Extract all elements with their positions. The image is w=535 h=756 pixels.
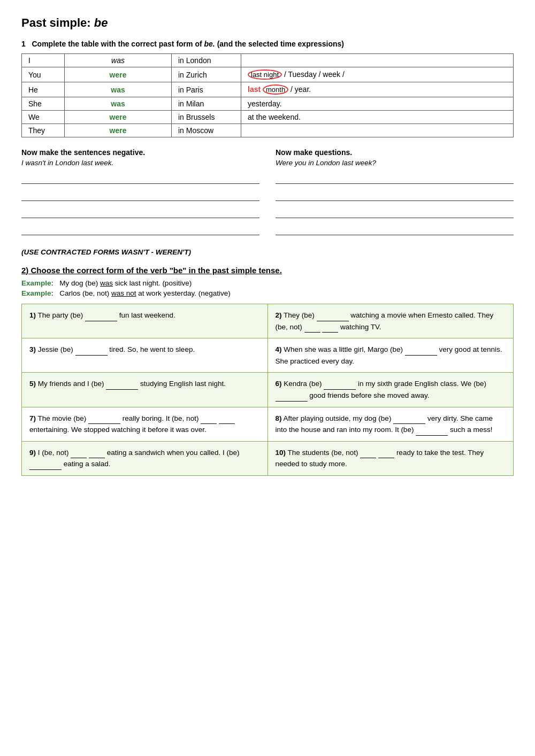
write-line <box>21 204 259 218</box>
example1-line: Example: My dog (be) was sick last night… <box>21 279 514 287</box>
exercise-cell-10: 10) The students (be, not) ready to take… <box>268 442 514 475</box>
section2-title: 2) Choose the correct form of the verb "… <box>21 266 514 275</box>
exercise-row: 3) Jessie (be) tired. So, he went to sle… <box>22 338 513 373</box>
questions-col: Now make questions. Were you in London l… <box>276 148 514 238</box>
location-cell: in Zurich <box>172 67 241 82</box>
circled-text: last night <box>248 70 282 80</box>
write-line <box>276 221 514 235</box>
blank[interactable] <box>393 415 425 424</box>
pronoun-cell: We <box>22 111 65 124</box>
pronoun-cell: He <box>22 82 65 97</box>
pronoun-cell: You <box>22 67 65 82</box>
section1: 1 Complete the table with the correct pa… <box>21 40 514 256</box>
exercise-row: 1) The party (be) fun last weekend. 2) T… <box>22 304 513 338</box>
write-line <box>21 221 259 235</box>
blank[interactable] <box>322 324 338 333</box>
pronoun-cell: I <box>22 54 65 67</box>
blank[interactable] <box>416 427 448 436</box>
time-cell <box>241 54 514 67</box>
example2-line: Example: Carlos (be, not) was not at wor… <box>21 289 514 297</box>
blank[interactable] <box>85 313 117 321</box>
negative-title: Now make the sentences negative. <box>21 148 259 157</box>
circled-month: month <box>263 84 288 95</box>
exercise-cell-7: 7) The movie (be) really boring. It (be,… <box>22 407 268 441</box>
verb-cell: was <box>65 97 172 111</box>
questions-example: Were you in London last week? <box>276 159 514 167</box>
exercise-cell-5: 5) My friends and I (be) studying Englis… <box>22 373 268 406</box>
section1-instruction: 1 Complete the table with the correct pa… <box>21 40 514 48</box>
verb-cell: were <box>65 111 172 124</box>
blank[interactable] <box>75 347 108 356</box>
exercise-grid: 1) The party (be) fun last weekend. 2) T… <box>21 304 514 476</box>
write-line <box>21 170 259 184</box>
page-title: Past simple: be <box>21 16 514 30</box>
blank[interactable] <box>71 450 87 458</box>
write-line <box>276 187 514 201</box>
exercise-cell-9: 9) I (be, not) eating a sandwich when yo… <box>22 442 268 475</box>
location-cell: in Milan <box>172 97 241 111</box>
time-cell: yesterday. <box>241 97 514 111</box>
blank[interactable] <box>29 461 62 470</box>
time-cell: last night / Tuesday / week / <box>241 67 514 82</box>
negative-example: I wasn't in London last week. <box>21 159 259 167</box>
table-row: We were in Brussels at the weekend. <box>22 111 514 124</box>
table-row: They were in Moscow <box>22 124 514 137</box>
location-cell: in London <box>172 54 241 67</box>
pronoun-cell: She <box>22 97 65 111</box>
write-line <box>276 170 514 184</box>
blank[interactable] <box>360 450 376 458</box>
write-line <box>276 204 514 218</box>
blank[interactable] <box>88 415 120 424</box>
verb-cell: was <box>65 54 172 67</box>
blank[interactable] <box>405 347 437 356</box>
table-row: He was in Paris last month / year. <box>22 82 514 97</box>
exercise-row: 5) My friends and I (be) studying Englis… <box>22 373 513 407</box>
verb-cell: were <box>65 124 172 137</box>
table-row: You were in Zurich last night / Tuesday … <box>22 67 514 82</box>
verb-cell: were <box>65 67 172 82</box>
blank[interactable] <box>106 381 138 390</box>
exercise-cell-6: 6) Kendra (be) in my sixth grade English… <box>268 373 514 406</box>
negative-questions-section: Now make the sentences negative. I wasn'… <box>21 148 514 238</box>
blank[interactable] <box>324 381 356 390</box>
exercise-cell-8: 8) After playing outside, my dog (be) ve… <box>268 407 514 441</box>
blank[interactable] <box>317 313 349 321</box>
time-cell: at the weekend. <box>241 111 514 124</box>
location-cell: in Paris <box>172 82 241 97</box>
time-cell: last month / year. <box>241 82 514 97</box>
blank[interactable] <box>378 450 394 458</box>
blank[interactable] <box>89 450 105 458</box>
exercise-row: 7) The movie (be) really boring. It (be,… <box>22 407 513 442</box>
pronoun-cell: They <box>22 124 65 137</box>
exercise-row: 9) I (be, not) eating a sandwich when yo… <box>22 442 513 475</box>
blank[interactable] <box>304 324 320 333</box>
location-cell: in Brussels <box>172 111 241 124</box>
exercise-cell-3: 3) Jessie (be) tired. So, he went to sle… <box>22 338 268 372</box>
negative-col: Now make the sentences negative. I wasn'… <box>21 148 259 238</box>
write-line <box>21 187 259 201</box>
conjugation-table: I was in London You were in Zurich last … <box>21 53 514 137</box>
blank[interactable] <box>276 393 308 402</box>
verb-cell: was <box>65 82 172 97</box>
contracted-note: (USE CONTRACTED FORMS WASN'T - WEREN'T) <box>21 248 514 256</box>
exercise-cell-2: 2) They (be) watching a movie when Ernes… <box>268 304 514 338</box>
exercise-cell-4: 4) When she was a little girl, Margo (be… <box>268 338 514 372</box>
time-cell <box>241 124 514 137</box>
blank[interactable] <box>219 415 235 424</box>
section2: 2) Choose the correct form of the verb "… <box>21 266 514 476</box>
exercise-cell-1: 1) The party (be) fun last weekend. <box>22 304 268 338</box>
questions-title: Now make questions. <box>276 148 514 157</box>
table-row: She was in Milan yesterday. <box>22 97 514 111</box>
blank[interactable] <box>201 415 217 424</box>
location-cell: in Moscow <box>172 124 241 137</box>
table-row: I was in London <box>22 54 514 67</box>
